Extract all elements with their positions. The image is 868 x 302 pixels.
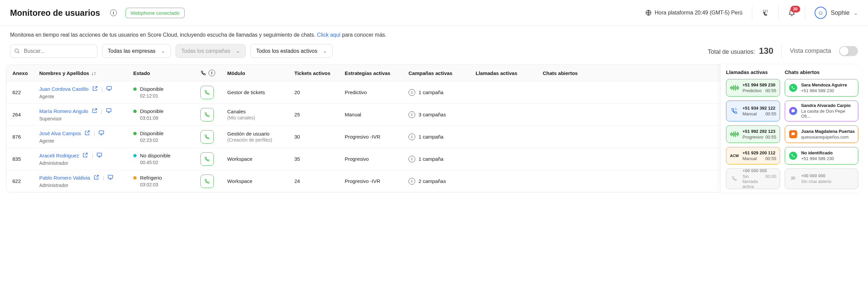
- info-icon[interactable]: i: [408, 89, 415, 96]
- chat-card[interactable]: No identificado+51 994 589 230: [785, 147, 859, 164]
- svg-point-2: [765, 10, 765, 10]
- svg-rect-8: [107, 86, 112, 89]
- module-name: Gestión de usuario: [227, 131, 294, 137]
- calls-header: Llamadas activas: [726, 69, 780, 75]
- waveform-icon: [730, 131, 739, 137]
- acw-icon: ACW: [730, 154, 739, 158]
- strategy-active: Manual: [345, 112, 408, 117]
- monitor-icon[interactable]: [107, 174, 114, 181]
- states-select[interactable]: Todos los estados activos⌄: [250, 44, 333, 58]
- campaigns-active: 3 campañas: [418, 112, 446, 117]
- user-role: Supervisor: [39, 116, 133, 121]
- user-menu[interactable]: ☺ Sophie ⌄: [815, 7, 858, 19]
- companies-select[interactable]: Todas las empresas⌄: [102, 44, 171, 58]
- status-dot-icon: [133, 132, 136, 135]
- svg-rect-11: [97, 153, 102, 156]
- campaigns-select[interactable]: Todas los campañas⌄: [176, 44, 246, 58]
- user-name-link[interactable]: José Alva Campos: [39, 131, 81, 136]
- strategy-active: Predictivo: [345, 89, 408, 95]
- chat-card[interactable]: +00 000 000Sin chat abierto: [785, 168, 859, 189]
- platform-time: Hora plataforma 20:49 (GMT-5) Perú: [645, 9, 742, 17]
- svg-point-3: [767, 10, 767, 10]
- info-icon[interactable]: i: [408, 178, 415, 185]
- svg-point-6: [767, 12, 767, 12]
- monitor-icon[interactable]: [98, 130, 104, 137]
- monitor-icon[interactable]: [96, 152, 102, 159]
- status-duration: 00:45:02: [140, 160, 200, 165]
- webphone-status-badge: Webphone conectado: [126, 8, 185, 18]
- activity-side-panel: Llamadas activas Chats abiertos +51 994 …: [720, 64, 862, 192]
- search-icon: [14, 48, 20, 54]
- status-duration: 02:12:01: [140, 93, 200, 99]
- status-dot-icon: [133, 87, 136, 91]
- search-input[interactable]: [10, 45, 97, 58]
- anexo-cell: 835: [12, 156, 39, 162]
- svg-point-13: [792, 134, 793, 134]
- module-name: Workspace: [227, 156, 294, 162]
- external-link-icon[interactable]: [92, 108, 98, 115]
- external-link-icon[interactable]: [92, 85, 98, 92]
- call-button[interactable]: [200, 86, 214, 99]
- call-button[interactable]: [200, 152, 214, 166]
- info-icon[interactable]: i: [110, 9, 117, 16]
- status-text: Disponible: [140, 108, 163, 114]
- sort-names[interactable]: Nombres y Apellidos ↓↑: [39, 70, 133, 76]
- chat-icon: [790, 175, 796, 182]
- call-card[interactable]: +51 992 292 123Progresivo00:55: [726, 126, 780, 143]
- chevron-down-icon: ⌄: [236, 48, 240, 54]
- status-text: Disponible: [140, 86, 163, 92]
- chat-card[interactable]: Sandra Alvarado CarpioLa casita de Don P…: [785, 101, 859, 121]
- compact-view-toggle[interactable]: [839, 46, 858, 56]
- call-card[interactable]: +00 000 000Sin llamada activa00:00: [726, 168, 780, 189]
- svg-point-14: [793, 134, 794, 134]
- info-icon[interactable]: i: [209, 70, 215, 76]
- status-duration: 03:02:03: [140, 182, 200, 187]
- external-link-icon[interactable]: [82, 152, 88, 159]
- call-card[interactable]: +51 994 589 230Predictivo00:55: [726, 79, 780, 97]
- tickets-active: 20: [294, 89, 345, 95]
- call-card[interactable]: ACW+51 929 200 112Manual00:55: [726, 147, 780, 164]
- learn-more-link[interactable]: Click aquí: [317, 32, 340, 38]
- status-dot-icon: [133, 110, 136, 113]
- chevron-down-icon: ⌄: [854, 10, 858, 16]
- user-role: Administrador: [39, 183, 133, 188]
- whatsapp-icon: [789, 84, 797, 92]
- chat-card[interactable]: Sara Mendoza Aguirre+51 994 589 230: [785, 79, 859, 97]
- call-button[interactable]: [200, 108, 214, 121]
- whatsapp-icon: [789, 152, 797, 160]
- external-link-icon[interactable]: [93, 174, 99, 181]
- user-name-link[interactable]: Juan Cordova Castillo: [39, 86, 89, 92]
- phone-ring-icon: [731, 107, 738, 115]
- user-name-link[interactable]: Araceli Rodriguez: [39, 153, 79, 158]
- chat-card[interactable]: Juana Magdalena Puertasquesosarequipeños…: [785, 126, 859, 143]
- call-button[interactable]: [200, 130, 214, 144]
- info-icon[interactable]: i: [408, 111, 415, 118]
- svg-rect-10: [99, 131, 104, 134]
- info-icon[interactable]: i: [408, 156, 415, 162]
- user-name-link[interactable]: María Romero Angulo: [39, 108, 88, 114]
- status-dot-icon: [133, 154, 136, 157]
- user-role: Administrador: [39, 160, 133, 166]
- phone-icon: [732, 175, 738, 182]
- dialpad-icon[interactable]: [762, 9, 769, 17]
- phone-icon: [200, 70, 207, 76]
- status-duration: 02:23:02: [140, 138, 200, 143]
- svg-rect-9: [106, 109, 111, 112]
- monitor-icon[interactable]: [106, 108, 112, 115]
- campaigns-active: 1 campaña: [418, 156, 443, 162]
- module-name: Gestor de tickets: [227, 89, 294, 95]
- tickets-active: 25: [294, 112, 345, 117]
- chevron-down-icon: ⌄: [322, 48, 327, 54]
- user-role: Agente: [39, 94, 133, 99]
- user-role: Agente: [39, 138, 133, 144]
- external-link-icon[interactable]: [84, 130, 90, 137]
- notifications-button[interactable]: 30: [788, 9, 796, 17]
- tickets-active: 35: [294, 156, 345, 162]
- call-card[interactable]: +51 934 392 122Manual00:55: [726, 101, 780, 121]
- call-button[interactable]: [200, 174, 214, 188]
- page-title: Monitoreo de usuarios: [10, 8, 100, 18]
- info-icon[interactable]: i: [408, 134, 415, 140]
- sort-icon: ↓↑: [91, 70, 96, 76]
- user-name-link[interactable]: Pablo Romero Valdivia: [39, 175, 90, 181]
- monitor-icon[interactable]: [106, 85, 112, 92]
